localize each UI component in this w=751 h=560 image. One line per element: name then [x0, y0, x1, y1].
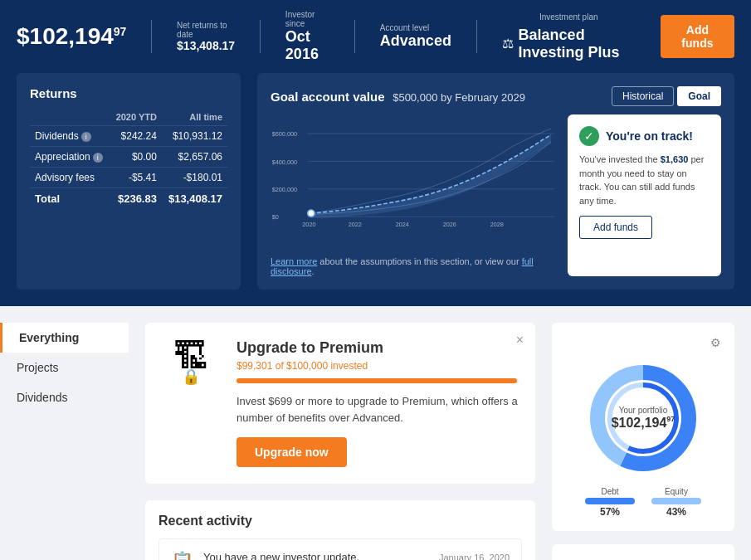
returns-alltime: -$180.01 [162, 168, 227, 188]
debt-bar-item: Debt 57% [585, 487, 635, 518]
portfolio-value: $102,19497 [17, 23, 126, 50]
recent-activity: Recent activity 📋 You have a new investo… [145, 500, 535, 560]
goal-header: Goal account value $500,000 by February … [271, 86, 721, 106]
sidebar-item-projects[interactable]: Projects [0, 353, 129, 382]
returns-alltime: $2,657.06 [162, 147, 227, 168]
sidebar-item-dividends[interactable]: Dividends [0, 382, 129, 412]
progress-bar [237, 378, 519, 383]
on-track-card: ✓ You're on track! You've invested the $… [568, 114, 721, 276]
investor-since-stat: Investor since Oct 2016 [285, 10, 329, 63]
add-funds-button[interactable]: Add funds [661, 15, 734, 58]
returns-label: Total [30, 188, 110, 210]
goal-chart: $600,000 $400,000 $200,000 $0 [271, 114, 554, 247]
header-divider-4 [476, 20, 477, 53]
projects-panel: 211 active projects 18% 16% 14% 12% 10% [552, 544, 734, 560]
returns-ytd: $0.00 [110, 147, 162, 168]
goal-chart-area: $600,000 $400,000 $200,000 $0 [271, 114, 554, 276]
returns-alltime: $10,931.12 [162, 126, 227, 147]
returns-ytd: -$5.41 [110, 168, 162, 188]
on-track-title: You're on track! [606, 129, 693, 143]
debt-bar [585, 498, 635, 504]
on-track-add-funds-button[interactable]: Add funds [579, 216, 652, 239]
upgrade-progress-text: $99,301 of $100,000 invested [237, 360, 519, 372]
returns-label: Appreciationi [30, 147, 110, 168]
svg-text:2024: 2024 [396, 221, 409, 228]
svg-text:2020: 2020 [302, 221, 315, 228]
donut-header: ⚙ [565, 336, 721, 349]
svg-text:$400,000: $400,000 [272, 158, 298, 166]
svg-point-8 [308, 210, 315, 217]
info-icon[interactable]: i [81, 132, 91, 142]
historical-tab[interactable]: Historical [612, 86, 674, 106]
goal-footer: Learn more about the assumptions in this… [271, 256, 554, 276]
investment-plan-stat: Investment plan ⚖ Balanced Investing Plu… [502, 12, 636, 61]
content-area: EverythingProjectsDividends × 🏗 🔒 Upgrad… [0, 306, 751, 560]
close-button[interactable]: × [516, 333, 524, 348]
upgrade-title: Upgrade to Premium [237, 339, 519, 357]
main-content: × 🏗 🔒 Upgrade to Premium $99,301 of $100… [129, 306, 552, 560]
on-track-text: You've invested the $1,630 per month you… [579, 153, 710, 207]
svg-text:$0: $0 [272, 213, 279, 221]
returns-label: Dividendsi [30, 126, 110, 147]
upgrade-description: Invest $699 or more to upgrade to Premiu… [237, 393, 519, 426]
equity-bar [651, 498, 701, 504]
svg-text:2022: 2022 [349, 221, 362, 228]
goal-panel: Goal account value $500,000 by February … [257, 73, 734, 290]
header-divider-2 [260, 20, 261, 53]
document-icon: 📋 [171, 551, 193, 560]
returns-label: Advisory fees [30, 168, 110, 188]
equity-bar-item: Equity 43% [651, 487, 701, 518]
recent-activity-title: Recent activity [158, 514, 522, 528]
net-returns-stat: Net returns to date $13,408.17 [177, 21, 235, 52]
returns-title: Returns [30, 86, 227, 100]
sidebar: EverythingProjectsDividends [0, 306, 129, 560]
svg-text:2028: 2028 [490, 221, 504, 228]
returns-alltime: $13,408.17 [162, 188, 227, 210]
goal-tabs: Historical Goal [612, 86, 721, 106]
donut-container: Your portfolio $102,19497 [581, 356, 705, 480]
info-icon[interactable]: i [93, 153, 103, 163]
goal-tab[interactable]: Goal [677, 86, 721, 106]
upgrade-now-button[interactable]: Upgrade now [237, 437, 347, 467]
returns-col-alltime: All time [162, 109, 227, 126]
check-icon: ✓ [579, 126, 599, 146]
account-level-stat: Account level Advanced [380, 23, 451, 50]
learn-more-link[interactable]: Learn more [271, 256, 317, 266]
returns-ytd: $236.83 [110, 188, 162, 210]
header: $102,19497 Net returns to date $13,408.1… [0, 0, 751, 73]
returns-table: 2020 YTD All time Dividendsi $242.24 $10… [30, 109, 227, 209]
activity-date: January 16, 2020 [439, 553, 510, 561]
sidebar-item-everything[interactable]: Everything [0, 323, 129, 353]
donut-label: Your portfolio $102,19497 [612, 406, 675, 430]
returns-ytd: $242.24 [110, 126, 162, 147]
right-panel: ⚙ Your portfolio $102,19497 [552, 306, 751, 560]
svg-text:2026: 2026 [443, 221, 456, 228]
header-divider-3 [354, 20, 355, 53]
gear-icon[interactable]: ⚙ [710, 336, 721, 349]
returns-col-label [30, 109, 110, 126]
activity-text: You have a new investor update. [203, 551, 439, 560]
activity-item: 📋 You have a new investor update. Januar… [158, 538, 522, 560]
svg-text:$600,000: $600,000 [272, 130, 298, 138]
upgrade-card: × 🏗 🔒 Upgrade to Premium $99,301 of $100… [145, 323, 535, 484]
returns-col-ytd: 2020 YTD [110, 109, 162, 126]
svg-text:$200,000: $200,000 [272, 186, 298, 193]
portfolio-donut-card: ⚙ Your portfolio $102,19497 [552, 323, 734, 531]
returns-panel: Returns 2020 YTD All time Dividendsi $24… [17, 73, 241, 290]
balance-icon: ⚖ [502, 36, 514, 51]
goal-content: $600,000 $400,000 $200,000 $0 [271, 114, 721, 276]
main-top: Returns 2020 YTD All time Dividendsi $24… [0, 73, 751, 306]
donut-bars: Debt 57% Equity 43% [565, 487, 721, 518]
goal-title: Goal account value $500,000 by February … [271, 90, 525, 104]
lock-icon: 🔒 [162, 368, 220, 386]
on-track-header: ✓ You're on track! [579, 126, 710, 146]
upgrade-icon: 🏗 🔒 [162, 339, 220, 386]
upgrade-content: Upgrade to Premium $99,301 of $100,000 i… [237, 339, 519, 467]
header-divider [151, 20, 152, 53]
progress-fill [237, 378, 517, 383]
